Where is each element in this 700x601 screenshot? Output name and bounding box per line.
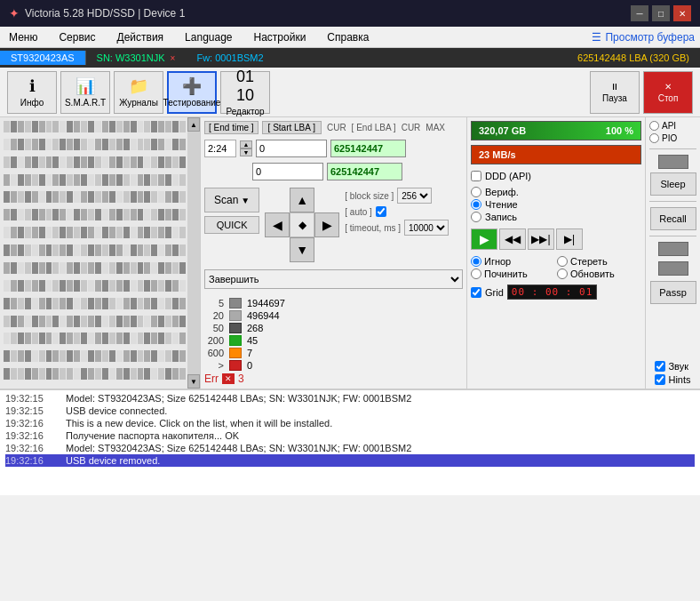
skip-fwd-btn[interactable]: ▶▶|	[528, 228, 554, 250]
pad-left-btn[interactable]: ◀	[265, 212, 290, 237]
write-radio[interactable]	[471, 212, 481, 222]
start-lba-input[interactable]	[256, 140, 327, 157]
auto-checkbox[interactable]	[376, 206, 386, 217]
scan-cell	[158, 262, 164, 274]
quick-button[interactable]: QUICK	[204, 216, 259, 234]
play-btn[interactable]: ▶	[471, 228, 497, 250]
scan-cell	[151, 121, 157, 132]
menu-item-help[interactable]: Справка	[323, 29, 372, 45]
verify-radio[interactable]	[471, 187, 481, 197]
smart-icon: 📊	[76, 76, 95, 96]
scan-cell	[74, 280, 80, 292]
timeout-select[interactable]: 10000	[404, 220, 449, 236]
stop-btn[interactable]: ✕ Стоп	[643, 71, 693, 114]
fix-radio[interactable]	[471, 268, 481, 279]
time-up-btn[interactable]: ▲	[240, 140, 252, 148]
scan-cell	[39, 139, 45, 150]
pause-btn[interactable]: ⏸ Пауза	[590, 71, 640, 114]
scan-cell	[179, 368, 186, 380]
update-radio[interactable]	[557, 268, 568, 279]
scan-cell	[116, 368, 123, 380]
pad-right-btn[interactable]: ▶	[314, 212, 339, 237]
maximize-button[interactable]: □	[652, 5, 670, 21]
scan-cell	[88, 121, 94, 132]
scroll-down-btn[interactable]: ▼	[187, 374, 200, 389]
drive-close-btn[interactable]: ×	[171, 53, 176, 63]
pio-radio[interactable]	[649, 133, 659, 143]
logs-btn[interactable]: 📁 Журналы	[114, 71, 163, 114]
scan-cell	[32, 156, 38, 168]
recall-btn[interactable]: Recall	[650, 207, 696, 230]
minimize-button[interactable]: ─	[631, 5, 648, 21]
ignore-radio[interactable]	[471, 256, 481, 267]
smart-btn[interactable]: 📊 S.M.A.R.T	[60, 71, 110, 114]
time-down-btn[interactable]: ▼	[240, 148, 252, 156]
pad-down-btn[interactable]: ▼	[290, 237, 314, 262]
scan-button[interactable]: Scan ▼	[204, 188, 259, 212]
menu-item-menu[interactable]: Меню	[5, 29, 41, 45]
sleep-btn[interactable]: Sleep	[650, 172, 696, 196]
scan-cell	[138, 316, 144, 327]
hints-checkbox[interactable]	[655, 374, 665, 385]
scan-cell	[32, 280, 38, 292]
editor-btn[interactable]: 0110 Редактор	[220, 71, 270, 114]
scroll-bar[interactable]: ▲ ▼	[187, 117, 200, 389]
log-msg-2: This is a new device. Click on the list,…	[66, 418, 695, 429]
menu-item-settings[interactable]: Настройки	[251, 29, 310, 45]
drive-name-tab[interactable]: ST9320423AS	[0, 51, 86, 65]
finish-select[interactable]: Завершить	[204, 269, 463, 289]
scan-cell	[4, 368, 10, 380]
api-radio[interactable]	[649, 121, 659, 131]
ignore-label: Игнор	[484, 256, 511, 267]
menu-item-language[interactable]: Language	[181, 29, 235, 45]
scan-cell	[88, 368, 94, 380]
view-buffer-btn[interactable]: ☰ Просмотр буфера	[592, 31, 695, 44]
ddd-checkbox[interactable]	[471, 171, 481, 181]
read-radio[interactable]	[471, 199, 481, 210]
close-button[interactable]: ✕	[673, 5, 691, 21]
erase-radio[interactable]	[557, 256, 568, 267]
rewind-btn[interactable]: ◀◀	[499, 228, 526, 250]
time-input[interactable]	[204, 140, 236, 157]
scan-cell	[102, 244, 108, 256]
scan-cell	[179, 333, 186, 344]
test-btn[interactable]: ➕ Тестирование	[167, 71, 217, 114]
speed-bar-wrap: 23 MB/s	[471, 145, 641, 164]
scan-cell	[46, 316, 52, 327]
sound-checkbox[interactable]	[655, 361, 665, 372]
scan-cell	[74, 121, 80, 132]
scan-cell	[131, 333, 137, 344]
scan-cell	[74, 368, 80, 380]
scan-cell	[25, 121, 31, 132]
scan-cell	[25, 174, 31, 186]
scan-cell	[18, 262, 24, 274]
menu-item-service[interactable]: Сервис	[55, 29, 99, 45]
menu-right: ☰ Просмотр буфера	[592, 31, 695, 44]
grid-checkbox[interactable]	[471, 287, 481, 298]
info-btn[interactable]: ℹ Инфо	[7, 71, 57, 114]
scan-cell	[123, 280, 130, 292]
stat-bar-1	[229, 310, 242, 321]
scan-cell	[102, 156, 108, 168]
scan-cell	[39, 262, 45, 274]
api-radio-row: API	[649, 121, 676, 131]
scan-cell	[151, 174, 157, 186]
block-size-select[interactable]: 256	[397, 188, 432, 204]
skip-end-btn[interactable]: ▶|	[556, 228, 583, 250]
scroll-up-btn[interactable]: ▲	[187, 117, 200, 132]
scan-map: ▲ ▼	[0, 117, 201, 389]
cur-end-lba-input[interactable]	[327, 163, 402, 180]
menu-item-actions[interactable]: Действия	[114, 29, 168, 45]
scan-cell	[144, 174, 150, 186]
end-lba-input[interactable]	[330, 140, 406, 157]
scan-cell	[165, 139, 171, 150]
scan-cell	[109, 280, 115, 292]
stat-num-5: >	[204, 360, 224, 371]
scan-cell	[11, 174, 17, 186]
ddd-label: DDD (API)	[485, 171, 531, 181]
scan-cell	[165, 244, 171, 256]
cur-lba-input[interactable]	[252, 163, 323, 180]
scan-grid	[0, 117, 200, 389]
passp-btn[interactable]: Passp	[650, 281, 696, 304]
pad-up-btn[interactable]: ▲	[290, 188, 314, 212]
